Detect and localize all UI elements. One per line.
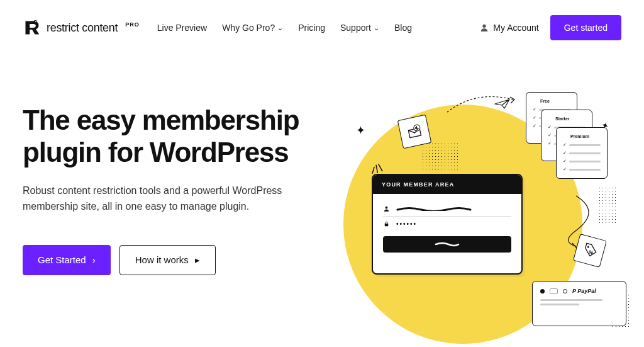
header: restrict content PRO Live Preview Why Go…: [0, 0, 644, 48]
hero-section: The easy membership plugin for WordPress…: [0, 48, 644, 347]
get-started-hero-button[interactable]: Get Started ›: [23, 245, 111, 275]
svg-point-2: [483, 25, 486, 28]
credit-card-icon: [550, 288, 558, 294]
svg-line-3: [370, 168, 375, 174]
svg-point-0: [33, 20, 37, 24]
svg-rect-8: [385, 224, 389, 226]
hero-title: The easy membership plugin for WordPress: [23, 105, 337, 168]
nav-pricing[interactable]: Pricing: [298, 23, 325, 33]
logo-mark-icon: [23, 18, 42, 37]
logo-pro-badge: PRO: [125, 21, 140, 28]
lock-icon: [383, 220, 390, 227]
user-icon: [383, 205, 390, 212]
scribble-text: [396, 207, 472, 211]
chevron-right-icon: ›: [92, 254, 96, 265]
svg-text:%: %: [588, 249, 594, 256]
member-area-card: YOUR MEMBER AREA ••••••: [372, 174, 523, 275]
hero-illustration: ✦ ✦ Free ✓ ✓ ✓ Starter ✓ ✓ ✓: [337, 86, 621, 347]
wave-decoration: [375, 344, 501, 347]
paper-plane-icon: [494, 98, 511, 112]
plan-card-premium: Premium ✓ ✓ ✓ ✓: [556, 127, 608, 179]
hero-subtitle: Robust content restriction tools and a p…: [23, 183, 312, 215]
svg-point-7: [386, 207, 388, 209]
logo-text: restrict content: [47, 21, 118, 35]
nav-blog[interactable]: Blog: [394, 23, 412, 33]
star-icon: ✦: [356, 123, 365, 137]
chevron-down-icon: ⌄: [277, 24, 283, 32]
chevron-down-icon: ⌄: [374, 24, 379, 32]
get-started-header-button[interactable]: Get started: [550, 15, 621, 40]
discount-tag-icon: %: [573, 234, 607, 268]
payment-card: P PayPal: [532, 281, 626, 326]
svg-line-5: [379, 164, 382, 171]
hero-buttons: Get Started › How it works ▸: [23, 245, 337, 275]
svg-line-4: [375, 165, 379, 173]
radio-selected-icon: [540, 289, 545, 293]
radio-unselected-icon: [563, 289, 567, 293]
play-icon: ▸: [195, 254, 200, 266]
envelope-icon: [397, 115, 432, 149]
nav-why-go-pro[interactable]: Why Go Pro? ⌄: [222, 23, 283, 33]
logo[interactable]: restrict content PRO: [23, 18, 140, 37]
nav-live-preview[interactable]: Live Preview: [157, 23, 207, 33]
my-account-link[interactable]: My Account: [479, 23, 538, 33]
nav-support[interactable]: Support ⌄: [340, 23, 379, 33]
dot-pattern-decoration: [421, 142, 459, 170]
login-button-illustration: [383, 236, 511, 253]
user-icon: [479, 23, 489, 33]
member-card-header: YOUR MEMBER AREA: [373, 175, 521, 194]
hero-copy: The easy membership plugin for WordPress…: [23, 86, 337, 347]
svg-point-1: [35, 21, 36, 22]
how-it-works-button[interactable]: How it works ▸: [119, 245, 216, 275]
main-nav: Live Preview Why Go Pro? ⌄ Pricing Suppo…: [157, 23, 412, 33]
